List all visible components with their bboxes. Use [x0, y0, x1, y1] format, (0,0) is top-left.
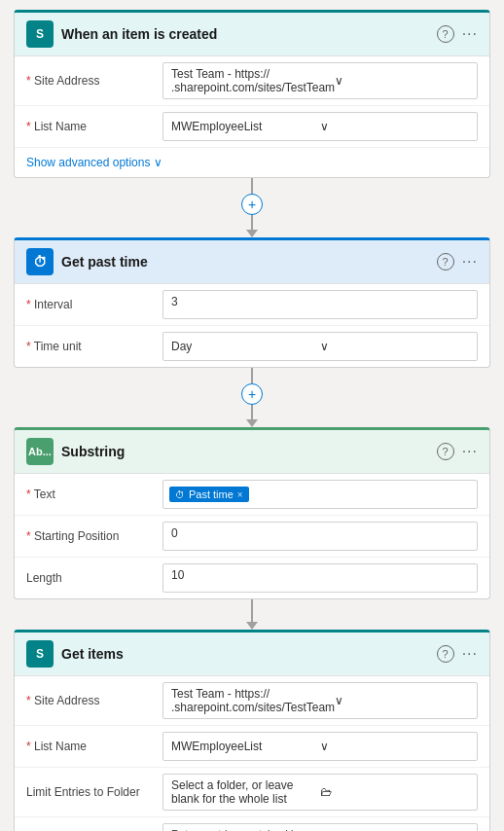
substring-actions: ? ··· — [437, 443, 478, 460]
get-items-nested-row: Include Nested Items Return entries cont… — [15, 817, 489, 831]
substring-card: Ab... Substring ? ··· * Text — [14, 427, 490, 599]
trigger-title: When an item is created — [61, 26, 429, 42]
trigger-card: S When an item is created ? ··· * Site A… — [14, 10, 490, 178]
substring-text-value: ⏱ Past time × — [162, 480, 478, 509]
substring-length-input[interactable]: 10 — [162, 563, 478, 593]
get-items-site-value: Test Team - https:// .sharepoint.com/sit… — [162, 682, 478, 719]
substring-text-label: * Text — [26, 488, 162, 501]
connector-1-arrow — [246, 230, 258, 237]
past-time-icon: ⏱ — [26, 248, 54, 275]
past-time-token-icon: ⏱ — [175, 489, 185, 500]
get-items-list-dropdown[interactable]: MWEmployeeList ∨ — [162, 732, 478, 761]
get-items-header: S Get items ? ··· — [15, 632, 489, 676]
substring-icon: Ab... — [26, 438, 54, 465]
connector-2-line-bottom — [251, 405, 253, 420]
substring-header: Ab... Substring ? ··· — [15, 430, 489, 474]
connector-1-add-button[interactable]: + — [241, 194, 263, 215]
substring-start-row: * Starting Position 0 — [15, 516, 489, 558]
trigger-site-address-value: Test Team - https:// .sharepoint.com/sit… — [162, 62, 478, 99]
substring-title: Substring — [61, 444, 429, 459]
get-items-list-row: * List Name MWEmployeeList ∨ — [15, 726, 489, 768]
get-items-site-label: * Site Address — [26, 694, 162, 707]
past-time-unit-value: Day ∨ — [162, 332, 478, 361]
get-items-nested-value: Return entries contained in sub-folders … — [162, 823, 478, 831]
trigger-list-chevron: ∨ — [320, 120, 469, 133]
past-time-help-icon[interactable]: ? — [437, 253, 454, 271]
get-items-actions: ? ··· — [437, 645, 478, 663]
get-items-body: * Site Address Test Team - https:// .sha… — [15, 676, 489, 831]
past-time-interval-row: * Interval 3 — [15, 284, 489, 326]
trigger-site-address-dropdown[interactable]: Test Team - https:// .sharepoint.com/sit… — [162, 62, 478, 99]
get-items-site-row: * Site Address Test Team - https:// .sha… — [15, 676, 489, 726]
get-items-list-value: MWEmployeeList ∨ — [162, 732, 478, 761]
past-time-interval-label: * Interval — [26, 298, 162, 311]
substring-start-input[interactable]: 0 — [162, 522, 478, 551]
substring-length-value: 10 — [162, 563, 478, 593]
substring-text-row: * Text ⏱ Past time × — [15, 474, 489, 516]
get-items-card: S Get items ? ··· * Site Address — [14, 630, 490, 831]
trigger-more-icon[interactable]: ··· — [462, 25, 478, 43]
substring-length-row: Length 10 — [15, 558, 489, 598]
trigger-icon: S — [26, 20, 54, 48]
get-items-folder-label: Limit Entries to Folder — [26, 785, 162, 799]
past-time-unit-label: * Time unit — [26, 340, 162, 353]
get-items-list-chevron: ∨ — [320, 740, 469, 753]
get-items-nested-dropdown[interactable]: Return entries contained in sub-folders … — [162, 823, 478, 831]
trigger-show-advanced[interactable]: Show advanced options ∨ — [15, 148, 489, 177]
connector-1-line-top — [251, 178, 253, 194]
get-items-title: Get items — [61, 646, 429, 662]
get-items-more-icon[interactable]: ··· — [462, 645, 478, 663]
past-time-header: ⏱ Get past time ? ··· — [15, 240, 489, 284]
connector-2-arrow — [246, 419, 258, 427]
trigger-list-name-value: MWEmployeeList ∨ — [162, 112, 478, 141]
connector-3-arrow — [246, 622, 258, 630]
past-time-interval-value: 3 — [162, 290, 478, 319]
trigger-list-name-label: * List Name — [26, 120, 162, 133]
past-time-more-icon[interactable]: ··· — [462, 253, 478, 271]
past-time-title: Get past time — [61, 254, 429, 270]
get-items-site-dropdown[interactable]: Test Team - https:// .sharepoint.com/sit… — [162, 682, 478, 719]
connector-2: + — [241, 368, 263, 427]
trigger-list-name-row: * List Name MWEmployeeList ∨ — [15, 106, 489, 148]
past-time-unit-dropdown[interactable]: Day ∨ — [162, 332, 478, 361]
trigger-site-chevron: ∨ — [335, 74, 469, 88]
past-time-token-close[interactable]: × — [237, 489, 243, 500]
past-time-actions: ? ··· — [437, 253, 478, 271]
connector-2-add-button[interactable]: + — [241, 383, 263, 405]
trigger-site-address-row: * Site Address Test Team - https:// .sha… — [15, 56, 489, 106]
get-items-icon: S — [26, 640, 54, 668]
past-time-token: ⏱ Past time × — [169, 487, 249, 502]
trigger-body: * Site Address Test Team - https:// .sha… — [15, 56, 489, 177]
get-items-folder-value: Select a folder, or leave blank for the … — [162, 774, 478, 811]
trigger-help-icon[interactable]: ? — [437, 25, 454, 43]
trigger-card-header: S When an item is created ? ··· — [15, 13, 489, 56]
past-time-unit-row: * Time unit Day ∨ — [15, 326, 489, 367]
connector-1-line-bottom — [251, 215, 253, 231]
get-items-site-chevron: ∨ — [335, 694, 469, 707]
substring-text-token-container[interactable]: ⏱ Past time × — [162, 480, 478, 509]
folder-icon: 🗁 — [320, 785, 469, 799]
past-time-card: ⏱ Get past time ? ··· * Interval 3 — [14, 237, 490, 368]
substring-body: * Text ⏱ Past time × * Starting Position — [15, 474, 489, 598]
get-items-folder-row: Limit Entries to Folder Select a folder,… — [15, 768, 489, 817]
trigger-list-name-dropdown[interactable]: MWEmployeeList ∨ — [162, 112, 478, 141]
substring-start-value: 0 — [162, 522, 478, 551]
connector-1: + — [241, 178, 263, 237]
get-items-folder-field[interactable]: Select a folder, or leave blank for the … — [162, 774, 478, 811]
get-items-help-icon[interactable]: ? — [437, 645, 454, 663]
substring-start-label: * Starting Position — [26, 529, 162, 543]
connector-3-line — [251, 599, 253, 623]
get-items-list-label: * List Name — [26, 740, 162, 753]
substring-help-icon[interactable]: ? — [437, 443, 454, 460]
connector-3 — [246, 599, 258, 630]
trigger-actions: ? ··· — [437, 25, 478, 43]
past-time-interval-input[interactable]: 3 — [162, 290, 478, 319]
flow-canvas: S When an item is created ? ··· * Site A… — [10, 10, 494, 831]
substring-more-icon[interactable]: ··· — [462, 443, 478, 460]
past-time-unit-chevron: ∨ — [320, 340, 469, 353]
past-time-body: * Interval 3 * Time unit Day ∨ — [15, 284, 489, 367]
trigger-site-address-label: * Site Address — [26, 74, 162, 88]
connector-2-line-top — [251, 368, 253, 383]
substring-length-label: Length — [26, 571, 162, 585]
